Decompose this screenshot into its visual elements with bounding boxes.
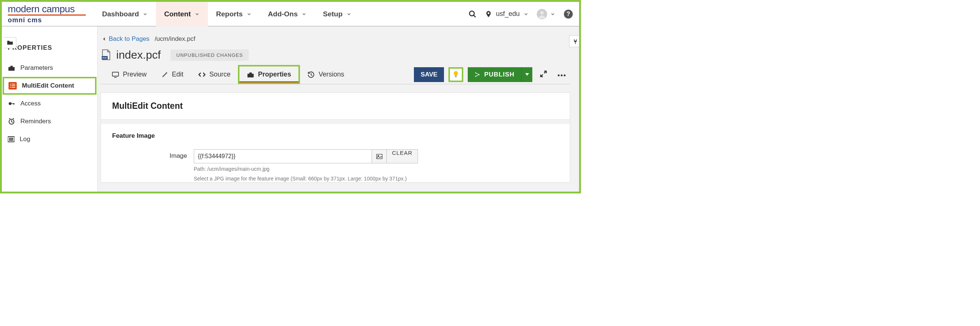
- help-path: Path: /ucm/images/main-ucm.jpg: [194, 165, 418, 173]
- svg-rect-13: [11, 87, 15, 88]
- sidebar-item-multiedit[interactable]: MultiEdit Content: [3, 77, 97, 95]
- svg-rect-32: [250, 72, 252, 74]
- main-area: Back to Pages /ucm/index.pcf PCF index.p…: [98, 26, 579, 192]
- svg-text:PCF: PCF: [102, 57, 107, 59]
- tab-edit[interactable]: Edit: [154, 65, 191, 84]
- svg-line-1: [474, 15, 476, 17]
- publish-button[interactable]: PUBLISH: [468, 67, 521, 82]
- nav-addons[interactable]: Add-Ons: [260, 2, 315, 26]
- pcf-file-icon: PCF: [101, 49, 111, 60]
- tab-label: Preview: [123, 70, 146, 78]
- svg-rect-17: [14, 103, 15, 104]
- svg-rect-11: [11, 85, 15, 86]
- svg-rect-6: [8, 67, 15, 71]
- page-title-row: PCF index.pcf UNPUBLISHED CHANGES: [100, 49, 570, 61]
- svg-point-14: [9, 102, 12, 105]
- pencil-icon: [161, 71, 168, 78]
- content-panel: MultiEdit Content Feature Image Image CL…: [100, 92, 570, 183]
- image-picker-button[interactable]: [372, 149, 387, 163]
- tab-label: Versions: [318, 70, 344, 78]
- publish-group: PUBLISH: [468, 67, 532, 82]
- svg-line-20: [11, 122, 13, 122]
- breadcrumb: Back to Pages /ucm/index.pcf: [100, 32, 570, 49]
- publish-label: PUBLISH: [484, 71, 514, 78]
- breadcrumb-path: /ucm/index.pcf: [155, 35, 196, 43]
- svg-marker-41: [525, 73, 529, 76]
- toolbox-icon: [8, 65, 15, 71]
- help-button[interactable]: ?: [563, 9, 573, 19]
- image-input[interactable]: [194, 149, 372, 163]
- nav-reports[interactable]: Reports: [208, 2, 260, 26]
- tab-source[interactable]: Source: [191, 65, 238, 84]
- lightbulb-button[interactable]: [449, 67, 463, 82]
- gadgets-toggle[interactable]: [569, 35, 579, 47]
- help-icon: ?: [563, 9, 573, 19]
- sidebar-item-parameters[interactable]: Parameters: [2, 59, 97, 77]
- more-button[interactable]: [555, 71, 569, 78]
- section-label: Feature Image: [112, 132, 559, 140]
- monitor-icon: [112, 71, 119, 78]
- chevron-down-icon: [194, 11, 200, 17]
- sidebar-item-label: Parameters: [21, 64, 53, 72]
- tab-label: Edit: [172, 70, 183, 78]
- logo-top: modern campus: [8, 4, 94, 16]
- site-name: usf_edu: [496, 10, 520, 18]
- user-menu[interactable]: [537, 9, 555, 19]
- expand-icon: [540, 70, 547, 78]
- publish-icon: [474, 72, 480, 78]
- topbar-right: usf_edu ?: [468, 9, 573, 19]
- folder-icon: [7, 40, 13, 45]
- page-title: index.pcf: [116, 49, 161, 61]
- sidebar-item-access[interactable]: Access: [2, 95, 97, 113]
- plug-icon: [572, 38, 579, 45]
- pin-icon: [485, 10, 492, 18]
- save-button[interactable]: SAVE: [414, 67, 444, 82]
- svg-point-45: [561, 74, 563, 76]
- search-icon: [468, 10, 477, 18]
- logo-sub: omni cms: [8, 16, 94, 24]
- svg-rect-31: [248, 73, 254, 77]
- svg-text:?: ?: [566, 10, 570, 17]
- svg-point-3: [540, 11, 544, 14]
- list-icon: [10, 84, 15, 88]
- search-button[interactable]: [468, 10, 477, 18]
- panel-title: MultiEdit Content: [101, 93, 570, 119]
- action-bar: SAVE PUBLISH: [414, 67, 570, 82]
- svg-point-44: [558, 74, 560, 76]
- sidebar-item-log[interactable]: Log: [2, 130, 97, 148]
- svg-line-40: [476, 75, 479, 76]
- nav-items: Dashboard Content Reports Add-Ons Setup: [94, 2, 360, 26]
- site-dropdown[interactable]: usf_edu: [485, 10, 528, 18]
- back-link[interactable]: Back to Pages: [102, 35, 150, 43]
- nav-content[interactable]: Content: [156, 2, 208, 26]
- clear-button[interactable]: CLEAR: [387, 149, 418, 163]
- tab-label: Properties: [258, 70, 291, 78]
- logo: modern campus omni cms: [8, 4, 94, 24]
- history-icon: [307, 71, 315, 78]
- sidebar-item-label: Reminders: [21, 118, 51, 125]
- toolbox-icon: [247, 71, 254, 78]
- svg-rect-16: [13, 103, 14, 105]
- expand-button[interactable]: [537, 70, 550, 79]
- file-tree-toggle[interactable]: [4, 37, 16, 48]
- tab-label: Source: [209, 70, 231, 78]
- tab-preview[interactable]: Preview: [104, 65, 154, 84]
- tabs: Preview Edit Source Properties Versions …: [100, 65, 570, 84]
- chevron-down-icon: [550, 11, 555, 17]
- nav-dashboard[interactable]: Dashboard: [94, 2, 156, 26]
- chevron-down-icon: [346, 11, 352, 17]
- nav-setup[interactable]: Setup: [315, 2, 360, 26]
- tab-versions[interactable]: Versions: [300, 65, 352, 84]
- nav-setup-label: Setup: [323, 10, 343, 18]
- publish-dropdown[interactable]: [521, 67, 532, 82]
- status-badge: UNPUBLISHED CHANGES: [170, 49, 249, 61]
- nav-content-label: Content: [164, 10, 191, 18]
- svg-rect-10: [10, 85, 11, 86]
- svg-rect-29: [113, 72, 119, 76]
- chevron-down-icon: [143, 11, 148, 17]
- field-row-image: Image CLEAR Path: /ucm/images/main-ucm.j…: [112, 149, 559, 182]
- tab-properties[interactable]: Properties: [238, 65, 300, 84]
- sidebar-item-reminders[interactable]: Reminders: [2, 113, 97, 130]
- nav-reports-label: Reports: [216, 10, 243, 18]
- image-icon: [376, 154, 383, 159]
